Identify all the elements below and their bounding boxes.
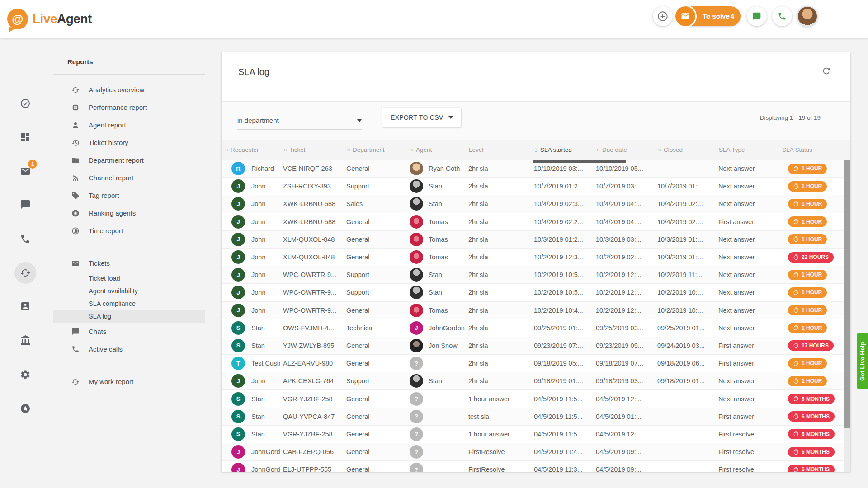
- table-body: R Richard VCE-NIRQF-263 General Ryan Got…: [222, 160, 850, 472]
- table-row[interactable]: S Stan QAU-YVPCA-847 General ? test sla …: [222, 408, 850, 426]
- stopwatch-icon: [793, 378, 799, 384]
- menu-item-label: Time report: [89, 227, 123, 235]
- agent-name: Tomas: [429, 236, 448, 243]
- sla-started-value: 09/25/2019 01:...: [531, 319, 593, 337]
- export-to-csv-button[interactable]: EXPORT TO CSV: [382, 108, 461, 127]
- menu-item[interactable]: Analytics overview: [53, 81, 205, 99]
- level-value: FirstResolve: [466, 443, 531, 460]
- table-row[interactable]: J John XWK-LRBNU-588 Sales Stan 2hr sla …: [222, 195, 850, 213]
- level-value: 2hr sla: [466, 231, 531, 248]
- sla-status-label: 1 HOUR: [802, 236, 822, 243]
- level-value: 2hr sla: [466, 178, 531, 195]
- requester-name: John: [251, 377, 265, 385]
- scrollbar-thumb[interactable]: [844, 160, 850, 428]
- table-row[interactable]: J John XLM-QUXOL-848 General Tomas 2hr s…: [222, 249, 850, 266]
- sla-status-badge: 1 HOUR: [788, 181, 827, 192]
- menu-item-active-calls[interactable]: Active calls: [53, 340, 205, 358]
- agent-avatar: [410, 162, 423, 175]
- due-date-value: 09/23/2019 09...: [593, 337, 655, 354]
- level-value: 2hr sla: [466, 337, 531, 354]
- sort-icon: ↑↓: [596, 147, 599, 152]
- chats-button[interactable]: [747, 6, 767, 26]
- get-live-help-tab[interactable]: Get Live Help: [857, 333, 868, 389]
- table-row[interactable]: J John APK-CEXLG-764 Support Stan 2hr sl…: [222, 372, 850, 390]
- sla-status-badge: 6 MONTHS: [788, 447, 835, 457]
- to-solve-count: 4: [731, 12, 734, 20]
- to-solve-button[interactable]: To solve 4: [677, 6, 741, 26]
- calls-button[interactable]: [772, 6, 792, 26]
- stopwatch-icon: [793, 343, 799, 348]
- sla-type-value: Next answer: [716, 249, 779, 266]
- table-row[interactable]: S Stan VGR-YJZBF-258 General ? 1 hour an…: [222, 426, 850, 443]
- due-date-value: 04/5/2019 09:...: [593, 443, 655, 460]
- department-name: Support: [344, 266, 407, 283]
- sla-status-badge: 1 HOUR: [788, 164, 827, 174]
- table-row[interactable]: T Test Custo ALZ-EARVU-980 General ? 2hr…: [222, 355, 850, 372]
- column-header[interactable]: ↑↓ Department: [344, 140, 407, 160]
- sort-icon: ↑↓: [658, 147, 661, 152]
- menu-item-my-work-report[interactable]: My work report: [53, 373, 205, 390]
- table-row[interactable]: J John WPC-OWRTR-9... Support Stan 2hr s…: [222, 284, 850, 301]
- chat-icon: [71, 328, 80, 336]
- liveagent-logo[interactable]: @ LiveAgent: [7, 5, 92, 33]
- refresh-button[interactable]: [821, 66, 831, 76]
- menu-item[interactable]: Ticket history: [53, 134, 205, 151]
- performance-icon: [71, 103, 80, 112]
- table-row[interactable]: J John XLM-QUXOL-848 General Tomas 2hr s…: [222, 231, 850, 249]
- menu-sub-item[interactable]: Agent availability: [53, 285, 205, 297]
- agent-name: Tomas: [429, 218, 448, 225]
- menu-item[interactable]: Tag report: [53, 187, 205, 204]
- stopwatch-icon: [793, 290, 799, 296]
- add-button[interactable]: [653, 6, 673, 26]
- menu-item[interactable]: Ranking agents: [53, 204, 205, 222]
- table-row[interactable]: S Stan OWS-FVJMH-4... Technical J JohnGo…: [222, 319, 850, 337]
- table-row[interactable]: J John ZSH-RCIXY-393 Support Stan 2hr sl…: [222, 178, 850, 195]
- menu-sub-item[interactable]: Ticket load: [53, 272, 205, 285]
- column-header[interactable]: Level: [466, 140, 531, 160]
- agent-name: Stan: [429, 271, 442, 278]
- menu-item[interactable]: Channel report: [53, 169, 205, 187]
- table-row[interactable]: J John XWK-LRBNU-588 General Tomas 2hr s…: [222, 213, 850, 231]
- column-header[interactable]: ↑↓ Agent: [407, 140, 466, 160]
- menu-item-chats[interactable]: Chats: [53, 323, 205, 340]
- level-value: 1 hour answer: [466, 426, 531, 443]
- table-row[interactable]: S Stan YJW-ZWLYB-895 General Jon Snow 2h…: [222, 337, 850, 355]
- column-header[interactable]: ↑↓ Due date: [593, 140, 655, 160]
- requester-avatar: J: [231, 250, 245, 264]
- horizontal-scrollbar[interactable]: [533, 160, 626, 163]
- table-row[interactable]: J John WPC-OWRTR-9... General Tomas 2hr …: [222, 302, 850, 319]
- column-header[interactable]: ↑↓ Ticket: [280, 140, 344, 160]
- sla-status-badge: 1 HOUR: [788, 305, 827, 315]
- sla-type-value: Next answer: [716, 160, 779, 177]
- sla-status-badge: 6 MONTHS: [788, 394, 835, 404]
- column-header[interactable]: ↑↓ Requester: [222, 140, 280, 160]
- menu-item-tickets[interactable]: Tickets: [53, 254, 205, 272]
- table-row[interactable]: J JohnGordo ELJ-UTPPP-555 General ? Firs…: [222, 461, 850, 472]
- user-avatar[interactable]: [797, 6, 818, 27]
- menu-item[interactable]: Performance report: [53, 99, 205, 116]
- column-label: Due date: [602, 146, 627, 153]
- sla-status-badge: 6 MONTHS: [788, 429, 835, 439]
- sla-status-badge: 1 HOUR: [788, 234, 827, 244]
- menu-sub-item[interactable]: SLA compliance: [53, 297, 205, 310]
- menu-sub-item[interactable]: SLA log: [53, 310, 205, 323]
- sort-icon: ↑↓: [410, 147, 413, 152]
- column-header[interactable]: SLA Type: [716, 140, 779, 160]
- vertical-scrollbar[interactable]: [844, 160, 850, 472]
- department-filter-select[interactable]: in department: [237, 112, 362, 130]
- stopwatch-icon: [793, 413, 799, 419]
- sla-status-label: 6 MONTHS: [802, 466, 830, 472]
- menu-item[interactable]: Agent report: [53, 116, 205, 134]
- stopwatch-icon: [793, 254, 799, 260]
- column-header[interactable]: ↓ SLA started: [531, 140, 593, 160]
- chevron-down-icon: [357, 119, 362, 122]
- table-row[interactable]: S Stan VGR-YJZBF-258 General ? 1 hour an…: [222, 390, 850, 408]
- menu-item[interactable]: Time report: [53, 222, 205, 239]
- column-header[interactable]: ↑↓ Closed: [655, 140, 716, 160]
- table-row[interactable]: J JohnGordo CAB-FZEPQ-056 General ? Firs…: [222, 443, 850, 461]
- column-header[interactable]: SLA Status: [779, 140, 850, 160]
- sort-icon: ↑↓: [347, 147, 350, 152]
- requester-name: Stan: [251, 342, 265, 349]
- menu-item[interactable]: Department report: [53, 151, 205, 169]
- table-row[interactable]: J John WPC-OWRTR-9... Support Stan 2hr s…: [222, 266, 850, 284]
